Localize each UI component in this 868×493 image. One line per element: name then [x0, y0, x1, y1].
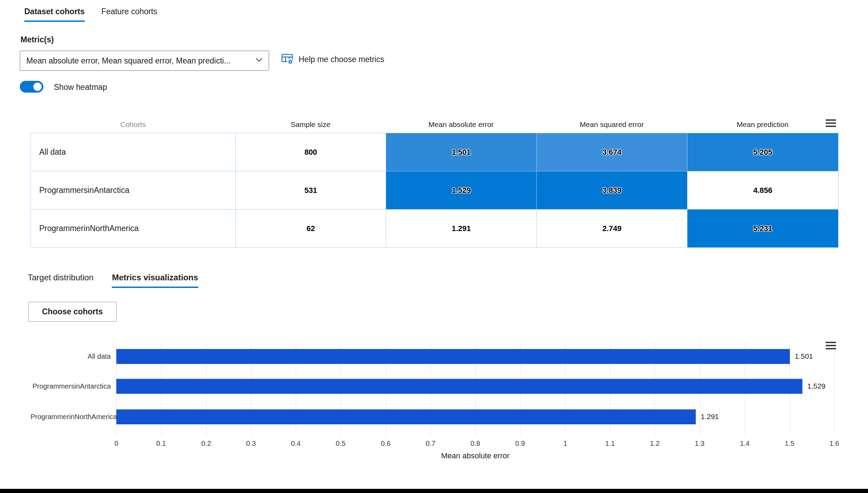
- col-header-mean-absolute-error: Mean absolute error: [386, 120, 536, 129]
- x-tick-label: 0.8: [461, 440, 489, 448]
- tab-target-distribution[interactable]: Target distribution: [28, 273, 93, 288]
- metric-cell: 5.205: [687, 133, 838, 171]
- cohort-name-cell: ProgrammersinAntarctica: [31, 171, 236, 210]
- x-tick-label: 0.9: [506, 440, 534, 448]
- gridline: [834, 342, 835, 435]
- x-tick-label: 0.6: [372, 440, 400, 448]
- chevron-down-icon: [255, 56, 263, 66]
- metric-dropdown-value: Mean absolute error, Mean squared error,…: [26, 56, 231, 66]
- metric-cell: 1.529: [386, 171, 537, 210]
- metrics-table: Cohorts Sample size Mean absolute error …: [31, 116, 838, 248]
- table-settings-icon: [281, 52, 294, 67]
- x-tick-label: 0: [102, 440, 130, 448]
- x-tick-label: 1.4: [731, 440, 759, 448]
- sample-size-cell: 800: [236, 133, 386, 171]
- bar-value-label: 1.501: [795, 352, 813, 361]
- x-tick-label: 0.5: [327, 440, 354, 448]
- col-header-sample-size: Sample size: [235, 120, 386, 129]
- metric-cell: 4.856: [687, 171, 838, 210]
- x-tick-label: 0.2: [192, 440, 220, 448]
- col-header-mean-prediction: Mean prediction: [687, 120, 838, 129]
- metric-cell: 3.839: [537, 171, 687, 210]
- cohort-name-cell: All data: [31, 133, 236, 171]
- chart-menu-icon[interactable]: [826, 342, 836, 349]
- chart-plot-area: 1.5011.5291.291: [116, 342, 834, 435]
- metrics-bar-chart: 1.5011.5291.291 All dataProgrammersinAnt…: [31, 338, 838, 470]
- x-tick-label: 1.5: [776, 440, 803, 448]
- y-category-label: ProgrammersinAntarctica: [31, 382, 111, 390]
- help-me-choose-metrics-label: Help me choose metrics: [299, 55, 384, 64]
- tab-dataset-cohorts[interactable]: Dataset cohorts: [24, 7, 85, 22]
- x-tick-label: 1.3: [686, 440, 713, 448]
- x-tick-label: 0.1: [147, 440, 175, 448]
- tab-metrics-visualizations[interactable]: Metrics visualizations: [112, 273, 198, 288]
- table-body: All data 800 1.501 3.674 5.205 Programme…: [31, 133, 838, 248]
- col-header-cohorts: Cohorts: [31, 120, 235, 129]
- table-menu-icon[interactable]: [826, 119, 836, 127]
- metric-cell: 5.231: [687, 210, 838, 248]
- metric-cell: 1.501: [386, 133, 537, 171]
- bar-programmerinnorthamerica: [116, 409, 696, 424]
- table-row: ProgrammersinAntarctica 531 1.529 3.839 …: [31, 171, 838, 210]
- table-header-row: Cohorts Sample size Mean absolute error …: [31, 116, 838, 133]
- metrics-label: Metric(s): [20, 35, 54, 44]
- x-tick-label: 0.4: [282, 440, 310, 448]
- metric-cell: 1.291: [386, 210, 537, 248]
- bar-all-data: [116, 349, 790, 364]
- choose-cohorts-button[interactable]: Choose cohorts: [28, 302, 117, 322]
- x-tick-label: 0.7: [417, 440, 444, 448]
- chart-x-ticks: 00.10.20.30.40.50.60.70.80.911.11.21.31.…: [116, 440, 834, 449]
- metric-cell: 3.674: [537, 133, 687, 171]
- bar-value-label: 1.529: [807, 382, 826, 391]
- col-header-mean-squared-error: Mean squared error: [536, 120, 687, 129]
- x-axis-title: Mean absolute error: [116, 451, 834, 460]
- show-heatmap-label: Show heatmap: [54, 83, 107, 92]
- y-category-label: All data: [31, 352, 111, 360]
- x-tick-label: 1: [551, 440, 579, 448]
- x-tick-label: 1.1: [596, 440, 624, 448]
- metric-dropdown[interactable]: Mean absolute error, Mean squared error,…: [20, 51, 269, 71]
- x-tick-label: 1.2: [641, 440, 669, 448]
- x-tick-label: 1.6: [820, 440, 848, 448]
- table-row: ProgrammerinNorthAmerica 62 1.291 2.749 …: [31, 210, 838, 248]
- cohort-name-cell: ProgrammerinNorthAmerica: [31, 210, 236, 248]
- tab-feature-cohorts[interactable]: Feature cohorts: [101, 7, 157, 22]
- sample-size-cell: 531: [236, 171, 386, 210]
- bar-value-label: 1.291: [701, 412, 719, 421]
- dataset-cohorts-page: Dataset cohorts Feature cohorts Metric(s…: [0, 0, 868, 493]
- bottom-bar: [0, 489, 868, 493]
- show-heatmap-toggle[interactable]: [20, 81, 43, 93]
- visualization-tabs: Target distribution Metrics visualizatio…: [28, 273, 198, 288]
- y-category-label: ProgrammerinNorthAmerica: [31, 413, 111, 421]
- table-row: All data 800 1.501 3.674 5.205: [31, 133, 838, 171]
- cohort-tabs: Dataset cohorts Feature cohorts: [24, 7, 157, 22]
- sample-size-cell: 62: [236, 210, 386, 248]
- help-me-choose-metrics-button[interactable]: Help me choose metrics: [281, 52, 384, 67]
- toggle-knob: [33, 83, 42, 91]
- x-tick-label: 0.3: [237, 440, 265, 448]
- bar-programmersinantarctica: [116, 379, 802, 394]
- metric-cell: 2.749: [537, 210, 687, 248]
